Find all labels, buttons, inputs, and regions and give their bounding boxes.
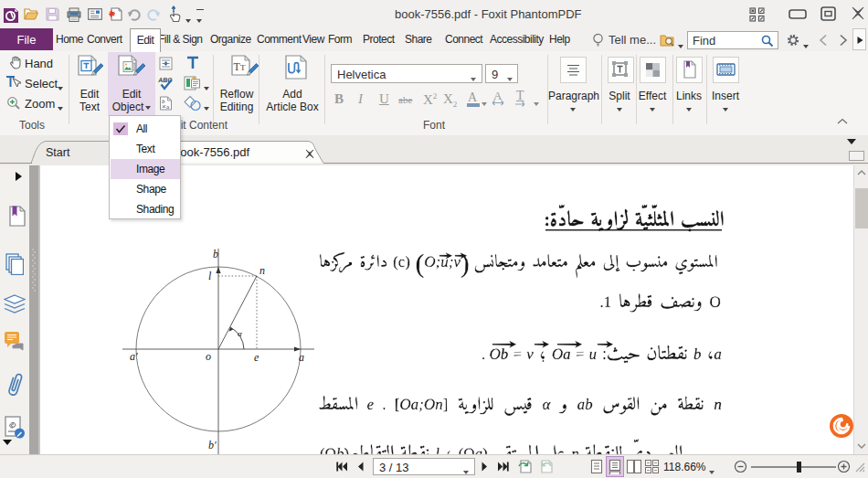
svg-text:n: n xyxy=(259,264,265,277)
svg-text:b: b xyxy=(213,248,218,260)
svg-text:a′: a′ xyxy=(130,350,138,363)
svg-text:α: α xyxy=(238,329,242,338)
svg-text:o: o xyxy=(206,350,211,363)
svg-text:b′: b′ xyxy=(208,439,217,451)
svg-text:e: e xyxy=(254,351,259,364)
svg-text:a: a xyxy=(299,351,304,364)
svg-text:l: l xyxy=(208,270,212,282)
